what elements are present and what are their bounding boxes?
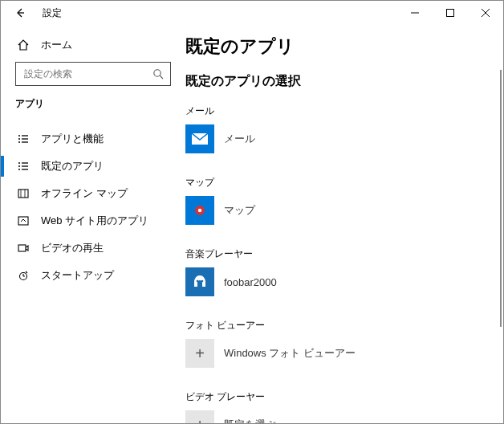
sidebar-nav: アプリと機能 既定のアプリ オフライン マップ Web サイト用のアプリ (1, 125, 185, 289)
sidebar-item-apps-features[interactable]: アプリと機能 (1, 125, 185, 153)
home-icon (17, 39, 30, 51)
svg-rect-19 (18, 190, 28, 198)
close-icon (482, 9, 490, 17)
sidebar-home-label: ホーム (41, 38, 72, 52)
sidebar-item-label: 既定のアプリ (41, 159, 104, 173)
default-app-music[interactable]: foobar2000 (185, 267, 503, 296)
maximize-icon (446, 9, 454, 17)
category-music: 音楽プレーヤー foobar2000 (185, 247, 503, 296)
app-name: Windows フォト ビューアー (224, 346, 356, 361)
minimize-icon (411, 9, 419, 17)
list-icon (17, 132, 30, 145)
category-label: 音楽プレーヤー (185, 247, 503, 261)
website-icon (17, 214, 30, 227)
sidebar-item-label: ビデオの再生 (41, 241, 104, 255)
svg-point-5 (154, 70, 161, 76)
sidebar-item-label: スタートアップ (41, 268, 114, 283)
titlebar: 設定 (1, 1, 503, 25)
category-label: メール (185, 104, 503, 118)
svg-rect-21 (18, 245, 26, 251)
sidebar-item-label: アプリと機能 (41, 132, 104, 146)
video-icon (17, 242, 30, 255)
app-name: マップ (224, 203, 255, 218)
category-mail: メール メール (185, 104, 503, 153)
maximize-button[interactable] (433, 1, 468, 25)
window-title: 設定 (43, 6, 62, 20)
foobar-icon (185, 267, 214, 296)
sidebar: ホーム アプリ アプリと機能 既定のアプリ (1, 25, 185, 424)
category-label: マップ (185, 176, 503, 190)
plus-icon: + (185, 410, 214, 424)
section-subtitle: 既定のアプリの選択 (185, 73, 503, 90)
window-controls (397, 1, 503, 25)
sidebar-item-label: Web サイト用のアプリ (41, 214, 148, 228)
search-icon (152, 68, 164, 80)
minimize-button[interactable] (397, 1, 433, 25)
defaults-icon (17, 160, 30, 173)
main-area: ホーム アプリ アプリと機能 既定のアプリ (1, 25, 503, 424)
sidebar-item-default-apps[interactable]: 既定のアプリ (1, 153, 185, 180)
sidebar-item-video-playback[interactable]: ビデオの再生 (1, 234, 185, 262)
svg-point-29 (201, 280, 204, 283)
close-button[interactable] (468, 1, 503, 25)
category-label: ビデオ プレーヤー (185, 390, 503, 404)
map-icon (17, 187, 30, 200)
svg-rect-2 (447, 10, 454, 17)
back-button[interactable] (10, 3, 30, 22)
search-box[interactable] (15, 62, 171, 86)
default-app-mail[interactable]: メール (185, 124, 503, 153)
svg-rect-20 (18, 217, 28, 225)
default-app-photo[interactable]: + Windows フォト ビューアー (185, 339, 503, 368)
mail-icon (185, 124, 214, 153)
svg-line-6 (160, 75, 163, 79)
startup-icon (17, 269, 30, 282)
sidebar-item-label: オフライン マップ (41, 186, 128, 201)
content-area: 既定のアプリ 既定のアプリの選択 メール メール マップ マップ (185, 25, 503, 424)
default-app-video[interactable]: + 既定を選ぶ (185, 410, 503, 424)
app-name: foobar2000 (224, 276, 277, 288)
plus-icon: + (185, 339, 214, 368)
category-video: ビデオ プレーヤー + 既定を選ぶ (185, 390, 503, 424)
sidebar-item-startup[interactable]: スタートアップ (1, 262, 185, 289)
sidebar-item-apps-for-websites[interactable]: Web サイト用のアプリ (1, 207, 185, 234)
sidebar-section-label: アプリ (1, 97, 185, 117)
maps-icon (185, 196, 214, 225)
search-input[interactable] (22, 67, 148, 80)
app-name: メール (224, 132, 255, 146)
sidebar-item-offline-maps[interactable]: オフライン マップ (1, 180, 185, 207)
svg-point-27 (198, 209, 201, 212)
category-maps: マップ マップ (185, 176, 503, 225)
back-arrow-icon (14, 7, 26, 18)
category-photo: フォト ビューアー + Windows フォト ビューアー (185, 319, 503, 368)
app-name: 既定を選ぶ (224, 418, 276, 424)
sidebar-home[interactable]: ホーム (1, 33, 185, 57)
scrollbar[interactable] (500, 70, 502, 327)
category-label: フォト ビューアー (185, 319, 503, 332)
svg-point-28 (197, 280, 199, 283)
default-app-maps[interactable]: マップ (185, 196, 503, 225)
page-title: 既定のアプリ (185, 35, 503, 59)
